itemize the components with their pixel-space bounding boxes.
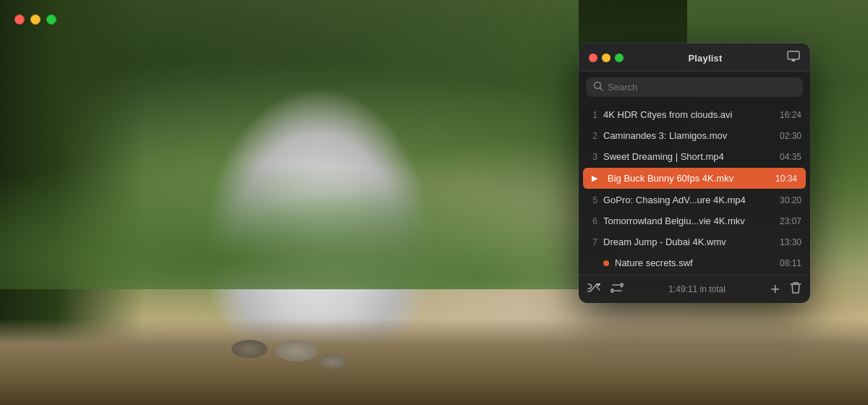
panel-traffic-lights <box>589 54 624 62</box>
playlist-item[interactable]: ▶ Big Buck Bunny 60fps 4K.mkv 10:34 <box>583 168 806 189</box>
playlist-item[interactable]: 5 GoPro: Chasing AdV...ure 4K.mp4 30:20 <box>579 189 810 210</box>
item-title: Caminandes 3: Llamigos.mov <box>603 130 774 141</box>
item-duration: 23:07 <box>780 216 801 226</box>
rock-2 <box>318 354 347 369</box>
playlist-item[interactable]: 6 Tomorrowland Belgiu...vie 4K.mkv 23:07 <box>579 210 810 231</box>
item-duration: 04:35 <box>780 152 801 162</box>
panel-titlebar: Playlist <box>579 43 810 72</box>
panel-footer: 1:49:11 in total + <box>579 275 810 303</box>
rock-3 <box>231 340 268 358</box>
panel-title: Playlist <box>688 53 722 64</box>
search-bar[interactable] <box>586 77 803 97</box>
item-duration: 10:34 <box>775 174 797 184</box>
now-playing-icon: ▶ <box>592 174 602 183</box>
window-minimize-button[interactable] <box>30 14 41 25</box>
playlist-item[interactable]: 2 Caminandes 3: Llamigos.mov 02:30 <box>579 125 810 146</box>
item-title: Dream Jump - Dubai 4K.wmv <box>603 236 774 247</box>
window-maximize-button[interactable] <box>46 14 56 25</box>
item-number: 1 <box>587 110 597 120</box>
item-duration: 30:20 <box>780 195 801 205</box>
playlist-item[interactable]: 3 Sweet Dreaming | Short.mp4 04:35 <box>579 146 810 167</box>
delete-item-button[interactable] <box>790 281 801 297</box>
playlist-item[interactable]: 7 Dream Jump - Dubai 4K.wmv 13:30 <box>579 231 810 252</box>
item-title: Nature secrets.swf <box>615 257 774 268</box>
item-duration: 16:24 <box>780 110 801 120</box>
rock-1 <box>275 340 318 362</box>
ground <box>0 318 868 405</box>
search-icon <box>593 81 603 93</box>
shuffle-icon[interactable] <box>587 283 600 296</box>
item-duration: 02:30 <box>780 131 801 141</box>
add-item-button[interactable]: + <box>770 281 780 297</box>
panel-close-button[interactable] <box>589 54 597 62</box>
item-title: Big Buck Bunny 60fps 4K.mkv <box>608 173 770 184</box>
item-title: Sweet Dreaming | Short.mp4 <box>603 151 774 162</box>
panel-maximize-button[interactable] <box>615 54 624 62</box>
playlist-item[interactable]: Nature secrets.swf 08:11 <box>579 252 810 273</box>
item-title: Tomorrowland Belgiu...vie 4K.mkv <box>603 216 774 226</box>
item-number: 2 <box>587 131 597 141</box>
item-duration: 08:11 <box>780 258 801 268</box>
item-duration: 13:30 <box>780 237 801 247</box>
search-input[interactable] <box>608 82 796 93</box>
item-number: 3 <box>587 152 597 162</box>
playlist-panel: Playlist 1 4K HDR Cityes from clouds.avi… <box>579 43 810 303</box>
repeat-icon[interactable] <box>610 283 624 296</box>
svg-rect-0 <box>788 51 799 59</box>
panel-minimize-button[interactable] <box>602 54 610 62</box>
item-title: 4K HDR Cityes from clouds.avi <box>603 109 774 120</box>
playlist-items: 1 4K HDR Cityes from clouds.avi 16:24 2 … <box>579 103 810 275</box>
item-number: 7 <box>587 237 597 247</box>
item-dot <box>603 260 609 266</box>
window-close-button[interactable] <box>14 14 25 25</box>
item-number: 5 <box>587 195 597 205</box>
playlist-item[interactable]: 1 4K HDR Cityes from clouds.avi 16:24 <box>579 104 810 125</box>
total-duration: 1:49:11 in total <box>634 284 760 294</box>
airplay-icon[interactable] <box>787 51 800 65</box>
svg-line-2 <box>600 88 603 91</box>
item-title: GoPro: Chasing AdV...ure 4K.mp4 <box>603 195 774 205</box>
item-number: 6 <box>587 216 597 226</box>
window-chrome <box>14 14 56 25</box>
